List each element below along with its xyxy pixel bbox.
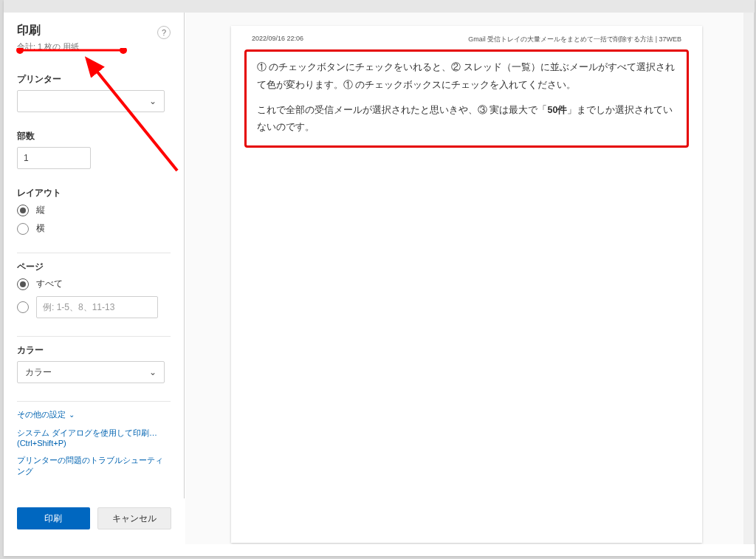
layout-section: レイアウト 縦 横 bbox=[4, 187, 184, 235]
content-callout-box: ① のチェックボタンにチェックをいれると、② スレッド（一覧）に並ぶメールがすべ… bbox=[244, 49, 689, 148]
pages-all-radio[interactable]: すべて bbox=[17, 278, 171, 290]
radio-icon bbox=[17, 278, 29, 290]
browser-chrome-top bbox=[4, 0, 755, 13]
copies-label: 部数 bbox=[17, 130, 171, 143]
system-dialog-label: システム ダイアログを使用して印刷… (Ctrl+Shift+P) bbox=[17, 428, 171, 447]
layout-portrait-label: 縦 bbox=[36, 204, 45, 216]
copies-section: 部数 1 bbox=[4, 130, 184, 169]
layout-label: レイアウト bbox=[17, 187, 171, 199]
troubleshoot-label: プリンターの問題のトラブルシューティング bbox=[17, 455, 171, 477]
more-settings-label: その他の設定 bbox=[17, 409, 66, 420]
dialog-title: 印刷 bbox=[17, 23, 171, 38]
radio-icon bbox=[17, 223, 29, 235]
color-section: カラー カラー ⌄ bbox=[4, 344, 184, 383]
page-header: 2022/09/16 22:06 Gmail 受信トレイの大量メールをまとめて一… bbox=[231, 35, 702, 44]
pages-label: ページ bbox=[17, 261, 171, 273]
chevron-down-icon: ⌄ bbox=[149, 367, 157, 377]
layout-portrait-radio[interactable]: 縦 bbox=[17, 204, 171, 216]
print-sidebar: 印刷 合計: 1 枚の 用紙 ? プリンター ⌄ 部数 1 レイアウト 縦 bbox=[4, 13, 185, 544]
page-header-date: 2022/09/16 22:06 bbox=[252, 35, 303, 44]
preview-page: 2022/09/16 22:06 Gmail 受信トレイの大量メールをまとめて一… bbox=[231, 26, 702, 543]
radio-icon bbox=[17, 205, 29, 216]
divider bbox=[17, 253, 171, 253]
page-header-title: Gmail 受信トレイの大量メールをまとめて一括で削除する方法 | 37WEB bbox=[468, 35, 681, 44]
copies-input[interactable]: 1 bbox=[17, 147, 91, 169]
pages-section: ページ すべて 例: 1-5、8、11-13 bbox=[4, 261, 184, 318]
color-select[interactable]: カラー ⌄ bbox=[17, 361, 165, 383]
system-dialog-link[interactable]: システム ダイアログを使用して印刷… (Ctrl+Shift+P) bbox=[17, 428, 171, 447]
printer-label: プリンター bbox=[17, 73, 171, 86]
dialog-total: 合計: 1 枚の 用紙 bbox=[17, 41, 171, 52]
radio-icon bbox=[17, 301, 29, 313]
color-value: カラー bbox=[25, 366, 149, 379]
color-label: カラー bbox=[17, 344, 171, 357]
preview-scrollbar[interactable] bbox=[743, 13, 754, 544]
print-dialog-window: 印刷 合計: 1 枚の 用紙 ? プリンター ⌄ 部数 1 レイアウト 縦 bbox=[4, 0, 755, 556]
divider bbox=[17, 336, 171, 337]
copies-value: 1 bbox=[24, 153, 29, 163]
troubleshoot-link[interactable]: プリンターの問題のトラブルシューティング bbox=[17, 455, 171, 477]
printer-section: プリンター ⌄ bbox=[4, 73, 184, 112]
pages-custom-input[interactable]: 例: 1-5、8、11-13 bbox=[36, 296, 158, 318]
layout-landscape-label: 横 bbox=[36, 222, 45, 235]
layout-landscape-radio[interactable]: 横 bbox=[17, 222, 171, 235]
chevron-down-icon: ⌄ bbox=[69, 411, 75, 419]
pages-custom-radio[interactable]: 例: 1-5、8、11-13 bbox=[17, 296, 171, 318]
cancel-button[interactable]: キャンセル bbox=[97, 507, 172, 529]
print-button[interactable]: 印刷 bbox=[17, 507, 90, 529]
chevron-down-icon: ⌄ bbox=[149, 96, 157, 106]
print-preview-area: 2022/09/16 22:06 Gmail 受信トレイの大量メールをまとめて一… bbox=[185, 13, 755, 544]
pages-custom-placeholder: 例: 1-5、8、11-13 bbox=[43, 301, 114, 314]
sidebar-footer: 印刷 キャンセル bbox=[4, 498, 185, 544]
divider bbox=[17, 401, 171, 402]
more-settings-link[interactable]: その他の設定 ⌄ bbox=[17, 409, 171, 420]
pages-all-label: すべて bbox=[36, 278, 63, 290]
content-paragraph-2: これで全部の受信メールが選択されたと思いきや、③ 実は最大で「50件」までしか選… bbox=[257, 102, 676, 137]
help-icon[interactable]: ? bbox=[157, 26, 171, 39]
content-paragraph-1: ① のチェックボタンにチェックをいれると、② スレッド（一覧）に並ぶメールがすべ… bbox=[257, 59, 676, 95]
printer-select[interactable]: ⌄ bbox=[17, 90, 165, 112]
